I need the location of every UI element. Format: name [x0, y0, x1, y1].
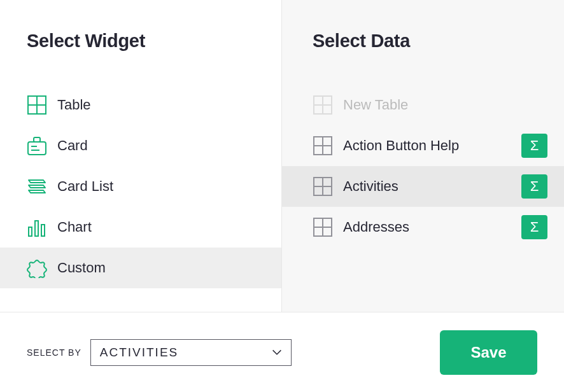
sigma-icon: Σ: [530, 219, 539, 235]
data-option-label: Addresses: [343, 219, 521, 235]
data-option-label: New Table: [343, 97, 547, 113]
save-button-label: Save: [470, 344, 506, 361]
widget-picker-dialog: Select Widget Table Card: [0, 0, 564, 392]
summary-button[interactable]: Σ: [521, 215, 547, 239]
table-icon: [313, 217, 333, 237]
data-option-label: Activities: [343, 178, 521, 195]
summary-button[interactable]: Σ: [521, 174, 547, 199]
footer-bar: SELECT BY ACTIVITIES Save: [0, 312, 564, 392]
chevron-down-icon: [271, 346, 283, 359]
widget-option-label: Card List: [57, 178, 113, 195]
widget-option-card[interactable]: Card: [0, 125, 281, 166]
select-by-value: ACTIVITIES: [100, 346, 271, 360]
select-data-title: Select Data: [282, 0, 564, 52]
card-list-icon: [27, 176, 47, 197]
widget-option-label: Table: [57, 97, 91, 113]
sigma-icon: Σ: [530, 137, 539, 154]
puzzle-icon: [27, 258, 47, 278]
data-option-addresses[interactable]: Addresses Σ: [282, 207, 564, 248]
select-widget-panel: Select Widget Table Card: [0, 0, 281, 312]
chart-icon: [27, 217, 47, 237]
table-icon: [27, 95, 47, 115]
select-by-dropdown[interactable]: ACTIVITIES: [90, 339, 292, 366]
widget-option-table[interactable]: Table: [0, 85, 281, 125]
widget-list: Table Card Card List: [0, 85, 281, 288]
table-icon: [313, 176, 333, 197]
data-option-action-button-help[interactable]: Action Button Help Σ: [282, 125, 564, 166]
summary-button[interactable]: Σ: [521, 134, 547, 158]
data-option-label: Action Button Help: [343, 137, 521, 154]
widget-option-chart[interactable]: Chart: [0, 207, 281, 248]
widget-option-label: Chart: [57, 219, 92, 235]
data-option-activities[interactable]: Activities Σ: [282, 166, 564, 207]
table-icon: [313, 95, 333, 115]
data-option-new-table: New Table: [282, 85, 564, 125]
sigma-icon: Σ: [530, 178, 539, 195]
widget-option-card-list[interactable]: Card List: [0, 166, 281, 207]
data-list: New Table Action Button Help Σ Activit: [282, 85, 564, 248]
widget-option-label: Card: [57, 137, 88, 154]
card-icon: [27, 136, 47, 156]
select-data-panel: Select Data New Table Action Button Help…: [281, 0, 564, 312]
table-icon: [313, 136, 333, 156]
select-widget-title: Select Widget: [0, 0, 281, 52]
save-button[interactable]: Save: [440, 330, 537, 375]
select-by-label: SELECT BY: [27, 347, 81, 358]
widget-option-label: Custom: [57, 260, 106, 276]
widget-option-custom[interactable]: Custom: [0, 248, 281, 288]
